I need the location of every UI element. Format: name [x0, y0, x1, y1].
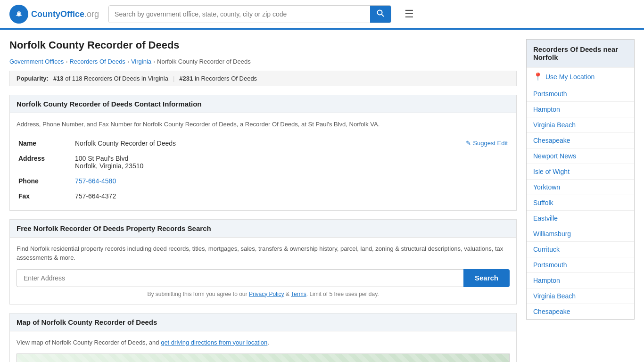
sidebar-link-currituck[interactable]: Currituck — [527, 242, 634, 257]
breadcrumb-sep-3: › — [153, 58, 155, 65]
pop-separator: | — [173, 75, 174, 82]
fax-label: Fax — [17, 189, 73, 204]
driving-directions-link[interactable]: get driving directions from your locatio… — [161, 339, 267, 346]
breadcrumb: Government Offices › Recorders Of Deeds … — [9, 58, 517, 65]
phone-link[interactable]: 757-664-4580 — [75, 177, 116, 185]
contact-section-body: Address, Phone Number, and Fax Number fo… — [10, 113, 516, 210]
contact-table: Name Norfolk County Recorder of Deeds ✎ … — [17, 136, 510, 204]
sidebar-link-chesapeake-1[interactable]: Chesapeake — [527, 133, 634, 148]
popularity-state-rank: #13 of 118 Recorders Of Deeds in Virgini… — [53, 75, 168, 82]
suggest-edit-link[interactable]: ✎ Suggest Edit — [466, 140, 508, 147]
contact-fax-row: Fax 757-664-4372 — [17, 189, 510, 204]
sidebar-link-hampton-2[interactable]: Hampton — [527, 273, 634, 288]
form-disclaimer: By submitting this form you agree to our… — [17, 291, 510, 297]
svg-line-3 — [382, 15, 384, 17]
phone-value: 757-664-4580 — [73, 173, 510, 189]
sidebar-link-virginia-beach-2[interactable]: Virginia Beach — [527, 288, 634, 304]
address-search-row: Search — [17, 269, 510, 287]
location-icon: 📍 — [533, 72, 543, 81]
popularity-national-rank: #231 in Recorders Of Deeds — [179, 75, 257, 82]
sidebar-link-portsmouth-2[interactable]: Portsmouth — [527, 257, 634, 273]
suggest-edit-icon: ✎ — [466, 140, 471, 147]
header: CountyOffice.org ☰ — [0, 0, 644, 30]
sidebar-link-chesapeake-2[interactable]: Chesapeake — [527, 304, 634, 319]
sidebar-link-newport-news[interactable]: Newport News — [527, 148, 634, 164]
global-search-input[interactable] — [109, 6, 370, 23]
contact-name-row: Name Norfolk County Recorder of Deeds ✎ … — [17, 136, 510, 151]
map-section: Map of Norfolk County Recorder of Deeds … — [9, 313, 517, 362]
property-search-section: Free Norfolk Recorder Of Deeds Property … — [9, 219, 517, 304]
property-search-body: Find Norfolk residential property record… — [10, 238, 516, 304]
address-label: Address — [17, 151, 73, 173]
contact-address-row: Address 100 St Paul's Blvd Norfolk, Virg… — [17, 151, 510, 173]
name-value: Norfolk County Recorder of Deeds ✎ Sugge… — [73, 136, 510, 151]
property-search-header: Free Norfolk Recorder Of Deeds Property … — [10, 220, 516, 238]
sidebar-link-yorktown[interactable]: Yorktown — [527, 180, 634, 195]
content-area: Norfolk County Recorder of Deeds Governm… — [9, 39, 517, 362]
menu-button[interactable]: ☰ — [401, 6, 418, 22]
map-section-header: Map of Norfolk County Recorder of Deeds — [10, 313, 516, 331]
address-value: 100 St Paul's Blvd Norfolk, Virginia, 23… — [73, 151, 510, 173]
sidebar-link-virginia-beach-1[interactable]: Virginia Beach — [527, 117, 634, 133]
sidebar-link-eastville[interactable]: Eastville — [527, 211, 634, 226]
logo-icon — [9, 5, 28, 24]
contact-section: Norfolk County Recorder of Deeds Contact… — [9, 95, 517, 211]
breadcrumb-virginia[interactable]: Virginia — [131, 58, 151, 65]
breadcrumb-sep-1: › — [66, 58, 67, 65]
global-search-button[interactable] — [370, 6, 391, 23]
breadcrumb-sep-2: › — [127, 58, 129, 65]
main-container: Norfolk County Recorder of Deeds Governm… — [0, 30, 644, 362]
privacy-policy-link[interactable]: Privacy Policy — [249, 291, 284, 297]
breadcrumb-current: Norfolk County Recorder of Deeds — [157, 58, 251, 65]
sidebar-link-isle-of-wight[interactable]: Isle of Wight — [527, 164, 634, 180]
phone-label: Phone — [17, 173, 73, 189]
fax-value: 757-664-4372 — [73, 189, 510, 204]
map-section-body: View map of Norfolk County Recorder of D… — [10, 331, 516, 362]
sidebar-link-hampton-1[interactable]: Hampton — [527, 102, 634, 117]
sidebar-link-williamsburg[interactable]: Williamsburg — [527, 226, 634, 242]
sidebar-link-suffolk[interactable]: Suffolk — [527, 195, 634, 211]
address-input[interactable] — [17, 269, 463, 287]
svg-point-1 — [17, 13, 20, 16]
svg-point-2 — [378, 10, 382, 15]
sidebar-links-list: Portsmouth Hampton Virginia Beach Chesap… — [526, 86, 635, 320]
page-title: Norfolk County Recorder of Deeds — [9, 39, 517, 51]
sidebar: Recorders Of Deeds near Norfolk 📍 Use My… — [526, 39, 635, 362]
property-search-description: Find Norfolk residential property record… — [17, 244, 510, 263]
property-search-button[interactable]: Search — [463, 269, 510, 287]
global-search-bar — [108, 5, 391, 23]
popularity-label: Popularity: — [17, 75, 49, 82]
terms-link[interactable]: Terms — [291, 291, 306, 297]
popularity-bar: Popularity: #13 of 118 Recorders Of Deed… — [9, 71, 517, 86]
breadcrumb-recorders[interactable]: Recorders Of Deeds — [69, 58, 125, 65]
sidebar-header: Recorders Of Deeds near Norfolk — [526, 39, 635, 67]
name-label: Name — [17, 136, 73, 151]
breadcrumb-gov-offices[interactable]: Government Offices — [9, 58, 64, 65]
logo-link[interactable]: CountyOffice.org — [9, 5, 99, 24]
use-my-location-link[interactable]: 📍 Use My Location — [526, 67, 635, 86]
contact-phone-row: Phone 757-664-4580 — [17, 173, 510, 189]
logo-text: CountyOffice.org — [31, 9, 99, 19]
contact-description: Address, Phone Number, and Fax Number fo… — [17, 120, 510, 129]
contact-section-header: Norfolk County Recorder of Deeds Contact… — [10, 95, 516, 113]
map-description: View map of Norfolk County Recorder of D… — [17, 338, 510, 347]
sidebar-link-portsmouth-1[interactable]: Portsmouth — [527, 86, 634, 102]
map-placeholder[interactable]: 📍 — [17, 354, 510, 362]
